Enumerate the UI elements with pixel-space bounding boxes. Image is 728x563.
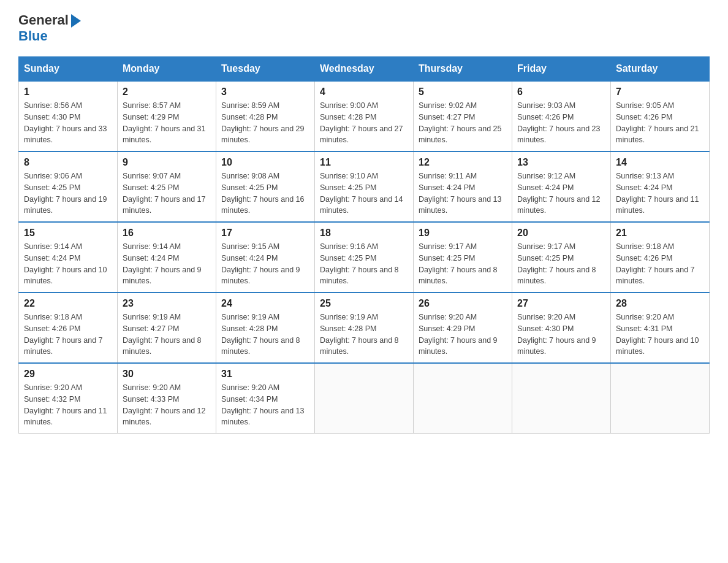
logo-arrow-icon [71,14,81,28]
calendar-cell [414,363,512,434]
calendar-cell: 17 Sunrise: 9:15 AMSunset: 4:24 PMDaylig… [216,222,315,293]
day-info: Sunrise: 9:19 AMSunset: 4:28 PMDaylight:… [221,313,300,356]
day-number: 5 [419,86,507,98]
calendar-week-row: 8 Sunrise: 9:06 AMSunset: 4:25 PMDayligh… [19,151,710,222]
day-info: Sunrise: 9:19 AMSunset: 4:27 PMDaylight:… [123,313,202,356]
calendar-cell: 9 Sunrise: 9:07 AMSunset: 4:25 PMDayligh… [118,151,216,222]
calendar-cell: 5 Sunrise: 9:02 AMSunset: 4:27 PMDayligh… [414,81,512,151]
day-number: 27 [517,298,605,309]
calendar-week-row: 22 Sunrise: 9:18 AMSunset: 4:26 PMDaylig… [19,293,710,363]
day-info: Sunrise: 9:11 AMSunset: 4:24 PMDaylight:… [419,172,502,215]
day-info: Sunrise: 9:08 AMSunset: 4:25 PMDaylight:… [221,172,305,215]
calendar-cell: 31 Sunrise: 9:20 AMSunset: 4:34 PMDaylig… [216,363,315,434]
day-number: 2 [123,86,211,98]
day-number: 4 [320,86,408,98]
calendar-cell: 26 Sunrise: 9:20 AMSunset: 4:29 PMDaylig… [414,293,512,363]
calendar-cell [315,363,414,434]
calendar-cell: 11 Sunrise: 9:10 AMSunset: 4:25 PMDaylig… [315,151,414,222]
calendar-cell: 28 Sunrise: 9:20 AMSunset: 4:31 PMDaylig… [611,293,710,363]
header-day-tuesday: Tuesday [216,57,315,82]
day-number: 16 [123,228,211,239]
calendar-body: 1 Sunrise: 8:56 AMSunset: 4:30 PMDayligh… [19,81,710,434]
day-info: Sunrise: 8:56 AMSunset: 4:30 PMDaylight:… [24,101,107,144]
calendar-week-row: 29 Sunrise: 9:20 AMSunset: 4:32 PMDaylig… [19,363,710,434]
calendar-cell: 10 Sunrise: 9:08 AMSunset: 4:25 PMDaylig… [216,151,315,222]
day-info: Sunrise: 9:17 AMSunset: 4:25 PMDaylight:… [517,242,596,285]
day-number: 10 [221,157,309,168]
day-number: 3 [221,86,309,98]
day-number: 22 [24,298,112,309]
day-number: 11 [320,157,408,168]
calendar-cell: 25 Sunrise: 9:19 AMSunset: 4:28 PMDaylig… [315,293,414,363]
calendar-header-row: SundayMondayTuesdayWednesdayThursdayFrid… [19,57,710,82]
day-number: 1 [24,86,112,98]
page-header: General Blue [18,12,710,44]
day-number: 21 [616,228,704,239]
day-info: Sunrise: 9:20 AMSunset: 4:30 PMDaylight:… [517,313,596,356]
calendar-cell: 8 Sunrise: 9:06 AMSunset: 4:25 PMDayligh… [19,151,118,222]
calendar-cell: 12 Sunrise: 9:11 AMSunset: 4:24 PMDaylig… [414,151,512,222]
calendar-week-row: 1 Sunrise: 8:56 AMSunset: 4:30 PMDayligh… [19,81,710,151]
calendar-cell: 24 Sunrise: 9:19 AMSunset: 4:28 PMDaylig… [216,293,315,363]
logo-general-text: General [18,12,69,28]
calendar-cell [512,363,611,434]
calendar-cell: 3 Sunrise: 8:59 AMSunset: 4:28 PMDayligh… [216,81,315,151]
header-day-saturday: Saturday [611,57,710,82]
header-day-wednesday: Wednesday [315,57,414,82]
day-info: Sunrise: 9:20 AMSunset: 4:34 PMDaylight:… [221,383,305,426]
day-number: 15 [24,228,112,239]
calendar-cell [611,363,710,434]
day-number: 29 [24,369,112,380]
day-number: 6 [517,86,605,98]
day-number: 9 [123,157,211,168]
day-info: Sunrise: 9:00 AMSunset: 4:28 PMDaylight:… [320,101,403,144]
day-number: 17 [221,228,309,239]
day-number: 24 [221,298,309,309]
day-info: Sunrise: 9:18 AMSunset: 4:26 PMDaylight:… [24,313,103,356]
day-number: 13 [517,157,605,168]
day-info: Sunrise: 9:06 AMSunset: 4:25 PMDaylight:… [24,172,107,215]
day-info: Sunrise: 9:14 AMSunset: 4:24 PMDaylight:… [123,242,202,285]
day-number: 7 [616,86,704,98]
calendar-cell: 29 Sunrise: 9:20 AMSunset: 4:32 PMDaylig… [19,363,118,434]
logo-blue-text: Blue [18,28,48,44]
day-info: Sunrise: 9:18 AMSunset: 4:26 PMDaylight:… [616,242,695,285]
day-number: 23 [123,298,211,309]
calendar-cell: 23 Sunrise: 9:19 AMSunset: 4:27 PMDaylig… [118,293,216,363]
logo: General Blue [18,12,81,44]
calendar-cell: 19 Sunrise: 9:17 AMSunset: 4:25 PMDaylig… [414,222,512,293]
day-number: 28 [616,298,704,309]
day-number: 8 [24,157,112,168]
calendar-cell: 6 Sunrise: 9:03 AMSunset: 4:26 PMDayligh… [512,81,611,151]
calendar-table: SundayMondayTuesdayWednesdayThursdayFrid… [18,56,710,434]
day-info: Sunrise: 9:20 AMSunset: 4:33 PMDaylight:… [123,383,206,426]
calendar-cell: 1 Sunrise: 8:56 AMSunset: 4:30 PMDayligh… [19,81,118,151]
calendar-cell: 18 Sunrise: 9:16 AMSunset: 4:25 PMDaylig… [315,222,414,293]
day-info: Sunrise: 9:03 AMSunset: 4:26 PMDaylight:… [517,101,601,144]
calendar-cell: 27 Sunrise: 9:20 AMSunset: 4:30 PMDaylig… [512,293,611,363]
day-info: Sunrise: 9:14 AMSunset: 4:24 PMDaylight:… [24,242,107,285]
day-info: Sunrise: 9:19 AMSunset: 4:28 PMDaylight:… [320,313,399,356]
day-info: Sunrise: 9:02 AMSunset: 4:27 PMDaylight:… [419,101,502,144]
calendar-cell: 13 Sunrise: 9:12 AMSunset: 4:24 PMDaylig… [512,151,611,222]
day-info: Sunrise: 9:17 AMSunset: 4:25 PMDaylight:… [419,242,498,285]
header-day-monday: Monday [118,57,216,82]
calendar-cell: 7 Sunrise: 9:05 AMSunset: 4:26 PMDayligh… [611,81,710,151]
day-number: 25 [320,298,408,309]
day-number: 19 [419,228,507,239]
calendar-cell: 22 Sunrise: 9:18 AMSunset: 4:26 PMDaylig… [19,293,118,363]
header-day-sunday: Sunday [19,57,118,82]
header-day-friday: Friday [512,57,611,82]
day-number: 30 [123,369,211,380]
calendar-cell: 15 Sunrise: 9:14 AMSunset: 4:24 PMDaylig… [19,222,118,293]
day-info: Sunrise: 9:15 AMSunset: 4:24 PMDaylight:… [221,242,300,285]
day-info: Sunrise: 9:05 AMSunset: 4:26 PMDaylight:… [616,101,699,144]
calendar-cell: 4 Sunrise: 9:00 AMSunset: 4:28 PMDayligh… [315,81,414,151]
calendar-cell: 14 Sunrise: 9:13 AMSunset: 4:24 PMDaylig… [611,151,710,222]
day-info: Sunrise: 9:20 AMSunset: 4:29 PMDaylight:… [419,313,498,356]
day-info: Sunrise: 8:57 AMSunset: 4:29 PMDaylight:… [123,101,206,144]
day-info: Sunrise: 9:10 AMSunset: 4:25 PMDaylight:… [320,172,403,215]
day-info: Sunrise: 9:12 AMSunset: 4:24 PMDaylight:… [517,172,601,215]
day-info: Sunrise: 9:20 AMSunset: 4:32 PMDaylight:… [24,383,107,426]
day-number: 18 [320,228,408,239]
